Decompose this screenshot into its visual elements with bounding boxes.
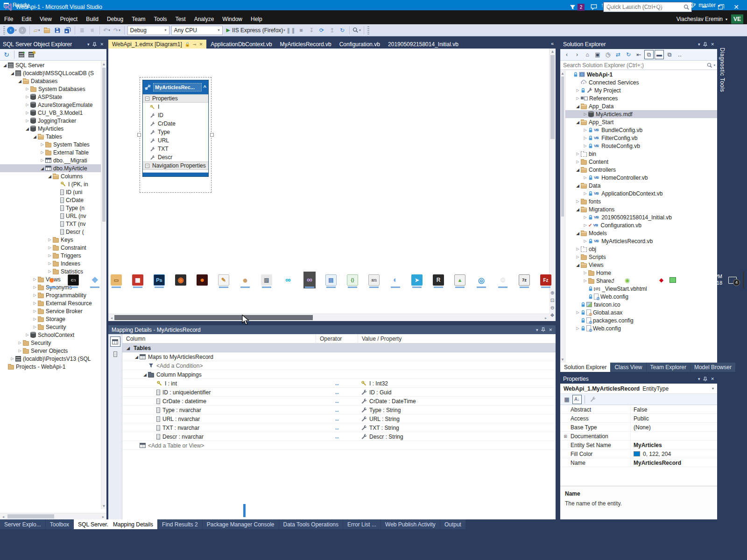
expander-collapsed-icon[interactable]: ▷ [575,96,581,100]
taskbar-command-prompt[interactable]: C:\ [67,272,79,288]
taskbar-filezilla[interactable]: Fz [540,272,552,288]
taskbar-firefox[interactable]: ● [46,272,58,288]
vb-file-icon: VB [594,215,599,219]
expander-expanded-icon[interactable]: ◢ [575,104,581,109]
lock-icon [588,143,593,149]
volume-icon[interactable] [646,277,653,283]
notifications-filter-icon[interactable] [569,4,576,11]
action-center-icon[interactable]: 4 [728,277,737,284]
expander-expanded-icon[interactable]: ◢ [575,207,581,212]
global-asax-icon: ⚙ [586,309,591,315]
notification-count-badge[interactable]: 2 [578,4,585,11]
visual-studio-window: WebApi-1 - Microsoft Visual Studio 2 ✕ F… [0,0,747,560]
expander-collapsed-icon[interactable]: ▷ [582,175,588,180]
viewstart-icon: [@] [594,287,600,291]
clock-date: 5/10/2018 [699,280,722,287]
vb-file-icon: VB [594,136,599,140]
expander-collapsed-icon[interactable]: ▷ [582,144,588,148]
taskbar-telegram[interactable]: ➤ [411,272,423,288]
web-project-icon [579,71,585,77]
lock-icon [588,135,593,141]
vb-file-icon: VB [594,144,599,148]
expander-collapsed-icon[interactable]: ▷ [582,215,588,219]
expander-collapsed-icon[interactable]: ▷ [582,239,588,243]
forward-icon[interactable]: › [572,50,582,59]
expander-collapsed-icon[interactable]: ▷ [575,88,581,92]
alphabetical-sort-icon[interactable]: A↓ [572,395,582,404]
lock-icon [588,294,593,300]
taskbar-settings-gears[interactable]: ⚙ [497,272,509,288]
property-pages-icon[interactable] [588,395,597,404]
expander-collapsed-icon[interactable]: ▷ [575,160,581,164]
taskbar-paint-app[interactable]: ◐ [389,272,402,288]
expander-collapsed-icon[interactable]: ▷ [582,112,588,116]
amd-tray-icon[interactable]: ◆ [659,277,663,283]
expander-collapsed-icon[interactable]: ▷ [582,271,588,275]
paint-app-icon: ◐ [390,274,401,286]
expander-collapsed-icon[interactable]: ▷ [575,255,581,259]
taskbar-seven-zip[interactable]: 7z [518,272,530,288]
taskbar-raw-viewer[interactable]: R [432,272,444,288]
expander-collapsed-icon[interactable]: ▷ [582,136,588,140]
mouse-tray-icon[interactable] [636,277,640,283]
image-file-icon [586,302,592,307]
lock-icon [581,88,585,93]
taskbar-notes-app[interactable]: ✎ [218,272,230,288]
taskbar-file-explorer[interactable]: ▭ [110,272,122,288]
folder-icon [588,279,594,284]
categorized-icon[interactable]: ▦ [562,395,571,404]
network-icon[interactable] [611,277,619,283]
clock[interactable]: 1:47 PM 5/10/2018 [699,273,722,287]
expander-collapsed-icon[interactable]: ▷ [582,279,588,283]
lock-icon [588,238,593,244]
taskbar-start-button[interactable]: ⊞ [3,272,15,288]
taskbar-task-view-button[interactable]: ⧉ [24,272,36,288]
taskbar-visual-studio[interactable]: ∞ [303,272,316,288]
taskbar-numbers-tool[interactable]: 321 [368,272,380,288]
app-tray-icon[interactable] [669,277,676,283]
vb-file-icon: VB [594,239,599,243]
expander-collapsed-icon[interactable]: ▷ [575,247,581,251]
lock-icon [581,302,585,308]
taskbar-search-tool[interactable]: ❖ [89,272,101,288]
taskbar-music-app[interactable]: ● [196,272,208,288]
expander-expanded-icon[interactable]: ◢ [575,120,581,125]
tree-item-label: bin [589,151,596,157]
wrench-icon [586,87,592,93]
solution-tree-scrollbar[interactable]: ▲ ▼ [560,70,565,363]
expander-collapsed-icon[interactable]: ▷ [582,191,588,196]
home-icon[interactable]: ⌂ [583,50,592,59]
taskbar-photoshop[interactable]: Ps [153,272,165,288]
tray-expand-icon[interactable]: ⌃ [600,277,605,283]
lock-icon [588,215,593,220]
expander-collapsed-icon[interactable]: ▷ [575,310,581,315]
back-icon[interactable]: ‹ [562,50,571,59]
taskbar-media-app[interactable]: ◎ [475,272,487,288]
language-indicator[interactable]: ENG [682,277,693,283]
folder-dashed-icon [581,152,587,157]
lock-icon [588,191,593,196]
expander-expanded-icon[interactable]: ◢ [575,168,581,172]
folder-open-icon [581,184,587,189]
expander-collapsed-icon[interactable]: ▷ [575,199,581,203]
expand-icon[interactable]: ⊞ [560,434,571,439]
expander-collapsed-icon[interactable]: ▷ [575,152,581,156]
show-desktop-button[interactable] [743,272,744,288]
expander-collapsed-icon[interactable]: ▷ [582,128,588,132]
taskbar-notepad-app[interactable]: ▤ [325,272,337,288]
taskbar-floppy-tool[interactable]: ▦ [132,272,144,288]
expander-expanded-icon[interactable]: ◢ [575,263,581,267]
expander-collapsed-icon[interactable]: ▷ [582,223,588,227]
expander-expanded-icon[interactable]: ◢ [575,231,581,236]
expander-collapsed-icon[interactable]: ▷ [575,326,581,330]
taskbar-gimp[interactable]: ● [239,272,251,288]
folder-icon [581,160,587,165]
taskbar-blender[interactable]: ◉ [175,272,187,288]
telegram-icon: ➤ [411,274,423,286]
taskbar-dev-tool[interactable]: ▧ [261,272,273,288]
taskbar-photo-viewer[interactable]: ▲ [454,272,466,288]
expander-expanded-icon[interactable]: ◢ [575,183,581,188]
taskbar-php-tool[interactable]: {} [346,272,359,288]
taskbar-vs-online[interactable]: ∞ [282,272,294,288]
gpu-tray-icon[interactable]: ◉ [625,277,630,284]
